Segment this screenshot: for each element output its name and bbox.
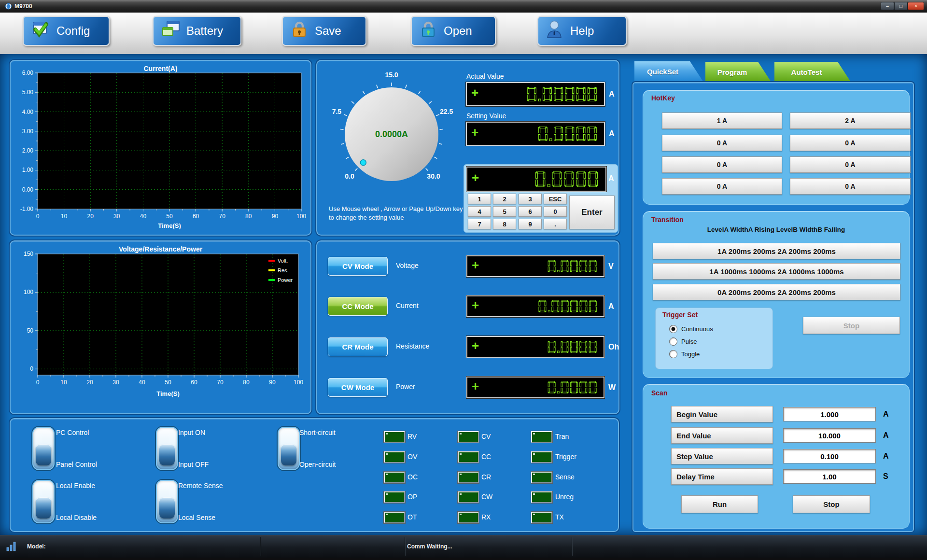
led-cc bbox=[458, 451, 479, 463]
minimize-button[interactable]: – bbox=[881, 2, 894, 10]
cc-mode-button[interactable]: CC Mode bbox=[328, 297, 388, 316]
radio-toggle[interactable]: Toggle bbox=[669, 350, 700, 358]
open-button[interactable]: Open bbox=[411, 16, 496, 46]
svg-text:Power: Power bbox=[278, 277, 293, 283]
transition-section: Transition LevelA WidthA Rising LevelB W… bbox=[643, 211, 910, 378]
actual-value-display: + bbox=[466, 82, 605, 106]
current-unit: A bbox=[608, 302, 614, 311]
comm-status: Comm Waiting... bbox=[407, 543, 452, 550]
sense-switch[interactable] bbox=[156, 480, 178, 523]
led-ot-label: OT bbox=[407, 513, 417, 521]
config-button[interactable]: Config bbox=[23, 16, 110, 46]
transition-header: LevelA WidthA Rising LevelB WidthB Falli… bbox=[643, 226, 909, 233]
key-7[interactable]: 7 bbox=[468, 219, 491, 229]
key-5[interactable]: 5 bbox=[493, 206, 516, 217]
key-6[interactable]: 6 bbox=[519, 206, 542, 217]
scan-run-button[interactable]: Run bbox=[681, 495, 758, 513]
svg-text:3.00: 3.00 bbox=[22, 128, 34, 135]
key-2[interactable]: 2 bbox=[493, 194, 516, 204]
app-window: M9700 – □ × Config Battery Save Open Hel… bbox=[0, 0, 927, 560]
led-cw bbox=[458, 491, 479, 503]
led-cw-label: CW bbox=[481, 493, 492, 501]
svg-text:50: 50 bbox=[27, 327, 34, 334]
svg-text:0: 0 bbox=[36, 379, 40, 386]
end-value-button[interactable]: End Value bbox=[671, 427, 773, 444]
mouse-wheel-hint: Use Mouse wheel , Arrow or Page Up/Down … bbox=[329, 205, 466, 222]
tab-program[interactable]: Program bbox=[705, 62, 772, 83]
save-button[interactable]: Save bbox=[282, 16, 366, 46]
resistance-unit: Oh bbox=[608, 343, 619, 351]
hotkey-button-3[interactable]: 0 A bbox=[662, 135, 782, 151]
current-dial[interactable]: 0.07.515.022.530.00.0000A bbox=[318, 63, 468, 208]
delay-time-input[interactable]: 1.00 bbox=[783, 469, 876, 484]
current-chart-panel: Current(A) 6.005.004.003.002.001.000.00-… bbox=[10, 60, 311, 236]
local-enable-switch[interactable] bbox=[32, 480, 55, 523]
step-value-button[interactable]: Step Value bbox=[671, 448, 773, 464]
config-icon bbox=[30, 20, 51, 42]
app-icon bbox=[5, 3, 12, 12]
hotkey-button-1[interactable]: 1 A bbox=[662, 112, 782, 129]
transition-preset-2[interactable]: 1A 1000ms 1000ms 2A 1000ms 1000ms bbox=[653, 263, 900, 280]
key-esc[interactable]: ESC bbox=[544, 194, 567, 204]
svg-text:70: 70 bbox=[217, 379, 224, 386]
hotkey-button-7[interactable]: 0 A bbox=[662, 178, 782, 195]
maximize-button[interactable]: □ bbox=[894, 2, 908, 10]
close-button[interactable]: × bbox=[908, 2, 924, 10]
key-3[interactable]: 3 bbox=[519, 194, 542, 204]
hotkey-button-6[interactable]: 0 A bbox=[790, 156, 911, 173]
transition-preset-1[interactable]: 1A 200ms 200ms 2A 200ms 200ms bbox=[653, 243, 900, 259]
cv-mode-button[interactable]: CV Mode bbox=[328, 257, 388, 276]
hotkey-button-2[interactable]: 2 A bbox=[790, 112, 911, 129]
circuit-switch[interactable] bbox=[278, 427, 300, 470]
svg-text:6.00: 6.00 bbox=[22, 70, 34, 76]
begin-value-input[interactable]: 1.000 bbox=[783, 407, 876, 421]
scan-stop-button[interactable]: Stop bbox=[793, 495, 870, 513]
hotkey-button-4[interactable]: 0 A bbox=[790, 135, 911, 151]
led-cc-label: CC bbox=[481, 453, 491, 461]
svg-text:-1.00: -1.00 bbox=[20, 206, 34, 212]
hotkey-button-8[interactable]: 0 A bbox=[790, 178, 911, 195]
transition-preset-3[interactable]: 0A 200ms 200ms 2A 200ms 200ms bbox=[653, 284, 900, 300]
battery-button[interactable]: Battery bbox=[153, 16, 241, 46]
cw-mode-button[interactable]: CW Mode bbox=[328, 378, 388, 397]
svg-text:100: 100 bbox=[24, 289, 33, 295]
step-value-input[interactable]: 0.100 bbox=[783, 449, 876, 463]
help-person-icon bbox=[545, 20, 564, 42]
key-9[interactable]: 9 bbox=[519, 219, 542, 229]
svg-text:50: 50 bbox=[165, 379, 171, 386]
tab-autotest[interactable]: AutoTest bbox=[774, 62, 851, 83]
led-tran bbox=[531, 431, 552, 443]
scan-title: Scan bbox=[651, 389, 667, 397]
transition-title: Transition bbox=[651, 216, 684, 224]
delay-time-button[interactable]: Delay Time bbox=[671, 468, 773, 485]
hotkey-button-5[interactable]: 0 A bbox=[662, 156, 782, 173]
cr-mode-button[interactable]: CR Mode bbox=[328, 337, 388, 356]
key-1[interactable]: 1 bbox=[468, 194, 491, 204]
help-button[interactable]: Help bbox=[537, 16, 627, 46]
key-8[interactable]: 8 bbox=[493, 219, 516, 229]
begin-value-button[interactable]: Begin Value bbox=[671, 406, 773, 422]
window-title: M9700 bbox=[14, 3, 32, 10]
key-0[interactable]: 0 bbox=[544, 206, 567, 217]
tab-quickset[interactable]: QuickSet bbox=[634, 61, 703, 82]
setting-panel: 0.07.515.022.530.00.0000A Actual Value +… bbox=[316, 60, 619, 236]
pc-panel-control-switch[interactable] bbox=[32, 427, 55, 470]
battery-icon bbox=[160, 20, 181, 42]
led-oc-label: OC bbox=[407, 473, 418, 481]
key-4[interactable]: 4 bbox=[468, 206, 491, 217]
input-on-off-switch[interactable] bbox=[156, 427, 178, 470]
resistance-display: + bbox=[466, 336, 604, 358]
end-value-input[interactable]: 10.000 bbox=[783, 428, 876, 443]
radio-continuous[interactable]: Continuous bbox=[669, 325, 713, 333]
led-sense bbox=[531, 472, 552, 483]
main-area: Current(A) 6.005.004.003.002.001.000.00-… bbox=[0, 54, 927, 535]
enter-button[interactable]: Enter bbox=[569, 196, 615, 229]
svg-text:Res.: Res. bbox=[278, 267, 289, 273]
vrp-chart: 1501005000102030405060708090100Volt.Res.… bbox=[11, 241, 310, 413]
svg-text:Volt.: Volt. bbox=[278, 258, 288, 264]
key-dot[interactable]: . bbox=[544, 219, 567, 229]
radio-pulse[interactable]: Pulse bbox=[669, 337, 697, 346]
vrp-chart-panel: Voltage/Resistance/Power 150100500010203… bbox=[10, 240, 311, 414]
transition-stop-button[interactable]: Stop bbox=[803, 317, 900, 334]
hotkey-section: HotKey 1 A 2 A 0 A 0 A 0 A 0 A 0 A 0 A bbox=[643, 90, 910, 205]
